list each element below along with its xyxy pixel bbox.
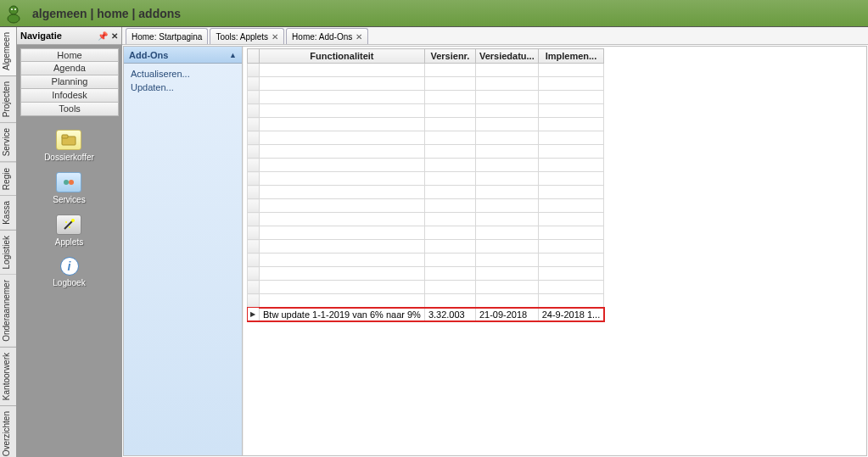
grid-cell[interactable]: 3.32.003 xyxy=(424,308,475,321)
grid-cell[interactable] xyxy=(424,131,475,145)
grid-cell[interactable] xyxy=(538,159,604,172)
grid-cell[interactable] xyxy=(475,240,538,254)
grid-cell[interactable] xyxy=(260,159,425,172)
tab-close-icon[interactable]: ✕ xyxy=(356,32,362,42)
grid-cell[interactable] xyxy=(475,131,538,145)
grid-cell[interactable] xyxy=(260,145,425,159)
grid-cell[interactable] xyxy=(260,104,425,118)
grid-header[interactable]: Versiedatu... xyxy=(475,49,538,64)
addons-link[interactable]: Updaten... xyxy=(131,81,235,94)
grid-cell[interactable] xyxy=(475,213,538,226)
grid-cell[interactable] xyxy=(475,186,538,199)
vertical-tab[interactable]: Logistiek xyxy=(0,231,16,275)
grid-cell[interactable] xyxy=(538,226,604,240)
grid-cell[interactable] xyxy=(260,226,425,240)
grid-header[interactable]: Implemen... xyxy=(538,49,604,64)
grid-cell[interactable] xyxy=(424,64,475,77)
grid-cell[interactable] xyxy=(260,64,425,77)
nav-button[interactable]: Agenda xyxy=(20,62,119,75)
vertical-tab[interactable]: Kantoorwerk xyxy=(0,348,16,406)
grid-cell[interactable] xyxy=(260,213,425,226)
addons-grid[interactable]: FunctionaliteitVersienr.Versiedatu...Imp… xyxy=(247,48,604,321)
grid-cell[interactable] xyxy=(475,145,538,159)
grid-cell[interactable] xyxy=(260,281,425,294)
grid-cell[interactable] xyxy=(260,254,425,267)
grid-cell[interactable] xyxy=(538,294,604,308)
grid-cell[interactable] xyxy=(475,159,538,172)
grid-cell[interactable] xyxy=(538,213,604,226)
grid-cell[interactable] xyxy=(424,172,475,186)
nav-item[interactable]: iLogboek xyxy=(53,257,85,287)
grid-cell[interactable] xyxy=(424,186,475,199)
grid-cell[interactable] xyxy=(424,267,475,281)
tab[interactable]: Tools: Applets✕ xyxy=(210,28,284,44)
grid-cell[interactable] xyxy=(538,77,604,91)
grid-cell[interactable] xyxy=(475,172,538,186)
tab[interactable]: Home: Startpagina xyxy=(126,28,208,44)
grid-cell[interactable] xyxy=(260,118,425,131)
vertical-tab[interactable]: Service xyxy=(0,123,16,162)
collapse-icon[interactable]: ▲ xyxy=(229,51,237,59)
grid-cell[interactable] xyxy=(475,267,538,281)
grid-cell[interactable] xyxy=(424,118,475,131)
grid-cell[interactable] xyxy=(424,240,475,254)
grid-cell[interactable] xyxy=(475,199,538,213)
grid-row-selected[interactable]: Btw update 1-1-2019 van 6% naar 9%3.32.0… xyxy=(248,308,604,321)
nav-item[interactable]: Dossierkoffer xyxy=(44,130,94,162)
vertical-tab[interactable]: Onderaannemer xyxy=(0,275,16,348)
grid-cell[interactable] xyxy=(260,267,425,281)
grid-cell[interactable] xyxy=(538,131,604,145)
grid-cell[interactable] xyxy=(424,294,475,308)
grid-cell[interactable] xyxy=(538,64,604,77)
vertical-tab[interactable]: Projecten xyxy=(0,76,16,123)
grid-cell[interactable] xyxy=(538,118,604,131)
grid-cell[interactable] xyxy=(475,294,538,308)
grid-cell[interactable] xyxy=(538,186,604,199)
grid-cell[interactable] xyxy=(424,145,475,159)
grid-cell[interactable] xyxy=(538,104,604,118)
grid-cell[interactable] xyxy=(475,281,538,294)
addons-link[interactable]: Actualiseren... xyxy=(131,67,235,81)
grid-cell[interactable] xyxy=(424,226,475,240)
grid-cell[interactable]: 21-09-2018 xyxy=(475,308,538,321)
grid-cell[interactable] xyxy=(424,199,475,213)
grid-area[interactable]: FunctionaliteitVersienr.Versiedatu...Imp… xyxy=(243,47,866,455)
grid-cell[interactable] xyxy=(424,213,475,226)
tab-close-icon[interactable]: ✕ xyxy=(272,32,278,42)
grid-cell[interactable] xyxy=(475,254,538,267)
grid-cell[interactable] xyxy=(475,226,538,240)
grid-header[interactable]: Versienr. xyxy=(424,49,475,64)
grid-cell[interactable] xyxy=(260,91,425,104)
grid-cell[interactable] xyxy=(424,91,475,104)
nav-button[interactable]: Planning xyxy=(20,75,119,89)
grid-cell[interactable] xyxy=(424,281,475,294)
grid-cell[interactable] xyxy=(538,91,604,104)
grid-cell[interactable] xyxy=(475,104,538,118)
grid-cell[interactable] xyxy=(475,118,538,131)
vertical-tab[interactable]: Regie xyxy=(0,163,16,196)
grid-cell[interactable] xyxy=(424,104,475,118)
grid-cell[interactable] xyxy=(538,199,604,213)
grid-cell[interactable] xyxy=(260,131,425,145)
vertical-tab[interactable]: Overzichten xyxy=(0,406,16,457)
grid-cell[interactable] xyxy=(260,199,425,213)
grid-cell[interactable] xyxy=(538,240,604,254)
nav-item[interactable]: Applets xyxy=(55,215,83,247)
grid-header[interactable]: Functionaliteit xyxy=(260,49,425,64)
grid-cell[interactable] xyxy=(538,145,604,159)
grid-cell[interactable] xyxy=(260,172,425,186)
grid-cell[interactable] xyxy=(260,294,425,308)
grid-cell[interactable] xyxy=(424,159,475,172)
vertical-tab[interactable]: Algemeen xyxy=(0,27,16,76)
grid-cell[interactable] xyxy=(424,254,475,267)
grid-cell[interactable]: Btw update 1-1-2019 van 6% naar 9% xyxy=(260,308,425,321)
grid-cell[interactable]: 24-9-2018 1... xyxy=(538,308,604,321)
nav-button[interactable]: Tools xyxy=(20,103,119,116)
grid-cell[interactable] xyxy=(475,64,538,77)
grid-cell[interactable] xyxy=(538,254,604,267)
grid-cell[interactable] xyxy=(260,240,425,254)
addons-header[interactable]: Add-Ons ▲ xyxy=(124,47,242,64)
grid-cell[interactable] xyxy=(538,267,604,281)
nav-item[interactable]: Services xyxy=(53,172,85,204)
pin-icon[interactable]: 📌 xyxy=(98,31,108,41)
